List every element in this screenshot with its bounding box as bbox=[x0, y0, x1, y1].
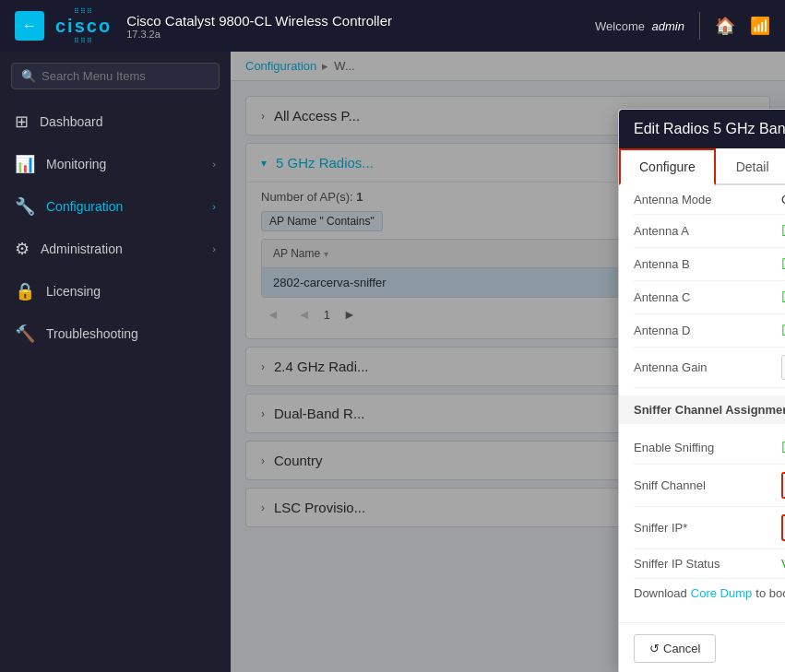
sniffer-ip-status-value: Valid bbox=[781, 557, 785, 571]
administration-icon: ⚙ bbox=[15, 239, 30, 259]
sidebar-item-configuration[interactable]: 🔧 Configuration › bbox=[0, 185, 231, 228]
sidebar-item-troubleshooting[interactable]: 🔨 Troubleshooting bbox=[0, 312, 231, 355]
troubleshooting-icon: 🔨 bbox=[15, 324, 35, 344]
top-header: ← ⠿⠿⠿ cisco ⠿⠿⠿ Cisco Catalyst 9800-CL W… bbox=[0, 0, 785, 52]
field-antenna-c: Antenna C ☑ bbox=[634, 281, 785, 314]
header-right: Welcome admin 🏠 📶 bbox=[595, 12, 770, 40]
enable-sniffing-check: ☑ bbox=[781, 439, 785, 456]
sidebar-item-label: Monitoring bbox=[46, 157, 201, 171]
antenna-c-label: Antenna C bbox=[634, 290, 781, 304]
chevron-right-icon: › bbox=[212, 201, 216, 212]
modal-tabs: Configure Detail bbox=[619, 148, 785, 185]
field-antenna-a: Antenna A ☑ bbox=[634, 215, 785, 248]
search-icon: 🔍 bbox=[21, 69, 36, 83]
sidebar-item-label: Dashboard bbox=[40, 114, 216, 129]
header-divider bbox=[699, 12, 700, 40]
sidebar-item-label: Licensing bbox=[46, 284, 216, 299]
field-download: Download Core Dump to bootflash bbox=[634, 579, 785, 607]
antenna-gain-input[interactable] bbox=[781, 355, 785, 380]
tab-configure[interactable]: Configure bbox=[619, 148, 716, 185]
header-title: Cisco Catalyst 9800-CL Wireless Controll… bbox=[126, 13, 595, 40]
sidebar-item-label: Configuration bbox=[46, 199, 201, 214]
sidebar: 🔍 ⊞ Dashboard 📊 Monitoring › 🔧 Configura… bbox=[0, 52, 231, 672]
field-sniffer-ip-status: Sniffer IP Status Valid bbox=[634, 549, 785, 579]
welcome-username: admin bbox=[652, 19, 684, 33]
field-sniff-channel: Sniff Channel 36 40 44 48 149 153 157 16… bbox=[634, 465, 785, 507]
app-title: Cisco Catalyst 9800-CL Wireless Controll… bbox=[126, 13, 595, 29]
field-antenna-mode: Antenna Mode Omni bbox=[634, 185, 785, 215]
sniffer-ip-status-label: Sniffer IP Status bbox=[634, 557, 781, 571]
antenna-mode-label: Antenna Mode bbox=[634, 193, 781, 206]
sniffer-section-header: Sniffer Channel Assignment bbox=[619, 395, 785, 424]
sniffer-ip-input[interactable] bbox=[781, 514, 785, 541]
sidebar-item-dashboard[interactable]: ⊞ Dashboard bbox=[0, 100, 231, 143]
sidebar-item-label: Administration bbox=[41, 242, 201, 256]
welcome-text: Welcome admin bbox=[595, 19, 684, 33]
sniff-channel-select-wrapper: 36 40 44 48 149 153 157 161 ▼ bbox=[781, 472, 785, 499]
field-antenna-d: Antenna D ☑ bbox=[634, 314, 785, 348]
cisco-dots-bottom: ⠿⠿⠿ bbox=[74, 37, 93, 45]
download-suffix: to bootflash bbox=[755, 586, 785, 600]
cancel-button[interactable]: ↺ Cancel bbox=[634, 634, 716, 663]
back-button[interactable]: ← bbox=[15, 11, 44, 41]
sniff-channel-label: Sniff Channel bbox=[634, 478, 781, 492]
modal-body: Antenna Mode Omni Antenna A ☑ Antenna B … bbox=[619, 185, 785, 622]
field-antenna-b: Antenna B ☑ bbox=[634, 248, 785, 281]
search-input[interactable] bbox=[42, 69, 209, 83]
enable-sniffing-label: Enable Sniffing bbox=[634, 441, 781, 454]
sidebar-item-label: Troubleshooting bbox=[46, 326, 216, 341]
modal-header: Edit Radios 5 GHz Band bbox=[619, 110, 785, 148]
main-layout: 🔍 ⊞ Dashboard 📊 Monitoring › 🔧 Configura… bbox=[0, 52, 785, 672]
tab-detail[interactable]: Detail bbox=[716, 148, 785, 185]
app-version: 17.3.2a bbox=[126, 29, 595, 40]
antenna-a-check: ☑ bbox=[781, 222, 785, 240]
cancel-label: Cancel bbox=[663, 642, 700, 655]
dashboard-icon: ⊞ bbox=[15, 112, 29, 132]
field-enable-sniffing: Enable Sniffing ☑ bbox=[634, 431, 785, 465]
wifi-icon[interactable]: 📶 bbox=[750, 16, 770, 36]
field-sniffer-ip: Sniffer IP* bbox=[634, 507, 785, 549]
antenna-b-check: ☑ bbox=[781, 255, 785, 273]
monitoring-icon: 📊 bbox=[15, 154, 35, 174]
home-icon[interactable]: 🏠 bbox=[715, 16, 735, 36]
core-dump-link[interactable]: Core Dump bbox=[691, 586, 752, 600]
modal-title: Edit Radios 5 GHz Band bbox=[634, 121, 785, 136]
configuration-icon: 🔧 bbox=[15, 196, 35, 217]
antenna-d-check: ☑ bbox=[781, 322, 785, 339]
licensing-icon: 🔒 bbox=[15, 281, 35, 301]
download-prefix: Download bbox=[634, 586, 687, 600]
sidebar-item-administration[interactable]: ⚙ Administration › bbox=[0, 228, 231, 270]
antenna-b-label: Antenna B bbox=[634, 257, 781, 271]
sidebar-item-licensing[interactable]: 🔒 Licensing bbox=[0, 270, 231, 312]
chevron-right-icon: › bbox=[212, 159, 216, 170]
antenna-gain-label: Antenna Gain bbox=[634, 360, 781, 374]
antenna-d-label: Antenna D bbox=[634, 324, 781, 337]
sidebar-item-monitoring[interactable]: 📊 Monitoring › bbox=[0, 143, 231, 185]
cisco-dots-top: ⠿⠿⠿ bbox=[74, 7, 93, 16]
antenna-a-label: Antenna A bbox=[634, 224, 781, 238]
antenna-c-check: ☑ bbox=[781, 289, 785, 306]
search-box[interactable]: 🔍 bbox=[11, 63, 220, 89]
sniffer-ip-label: Sniffer IP* bbox=[634, 521, 781, 535]
cisco-logo-text: cisco bbox=[55, 16, 112, 37]
edit-radios-modal: Edit Radios 5 GHz Band Configure Detail … bbox=[618, 109, 785, 672]
content-area: Configuration ▸ W... › All Access P... ▾… bbox=[231, 52, 785, 672]
back-icon: ← bbox=[22, 18, 37, 34]
field-antenna-gain: Antenna Gain bbox=[634, 348, 785, 388]
cisco-logo: ⠿⠿⠿ cisco ⠿⠿⠿ bbox=[55, 7, 112, 45]
modal-footer: ↺ Cancel bbox=[619, 622, 785, 672]
antenna-mode-value: Omni bbox=[781, 193, 785, 206]
cancel-icon: ↺ bbox=[649, 642, 660, 655]
chevron-right-icon: › bbox=[212, 243, 216, 254]
